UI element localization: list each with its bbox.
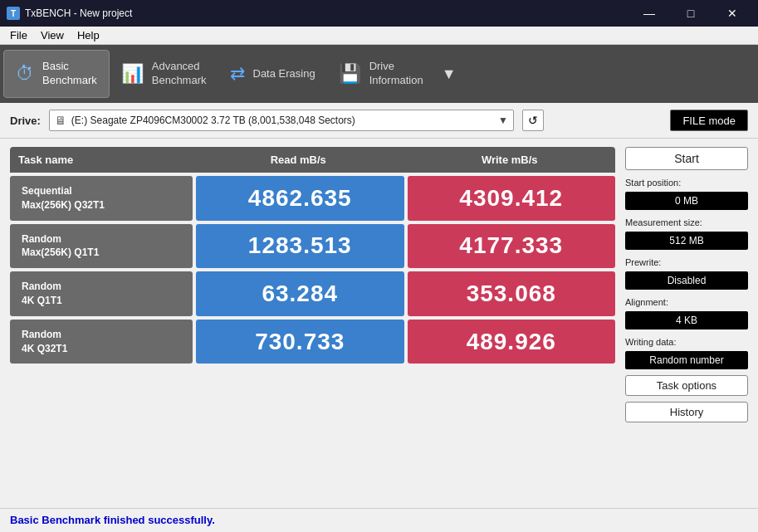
prewrite-label: Prewrite: (625, 257, 748, 267)
drive-select-text: (E:) Seagate ZP4096CM30002 3.72 TB (8,00… (71, 115, 495, 126)
timer-icon: ⏱ (16, 63, 34, 85)
data-erasing-label: Data Erasing (253, 67, 315, 81)
bench-row-2: RandomMax(256K) Q1T1 1283.513 4177.333 (10, 224, 615, 269)
col-header-read: Read mB/s (193, 147, 404, 173)
dropdown-arrow-icon: ▼ (498, 115, 508, 126)
bench-row-3: Random4K Q1T1 63.284 353.068 (10, 271, 615, 316)
drive-information-label: DriveInformation (369, 60, 423, 88)
drive-selector[interactable]: 🖥 (E:) Seagate ZP4096CM30002 3.72 TB (8,… (49, 110, 514, 131)
start-position-value: 0 MB (625, 192, 748, 210)
toolbar-data-erasing[interactable]: ⇄ Data Erasing (218, 50, 327, 98)
task-name-1: SequentialMax(256K) Q32T1 (10, 176, 193, 221)
write-value-4: 489.926 (408, 320, 616, 364)
bench-table-header: Task name Read mB/s Write mB/s (10, 147, 615, 173)
bench-row-1: SequentialMax(256K) Q32T1 4862.635 4309.… (10, 176, 615, 221)
write-value-1: 4309.412 (408, 176, 616, 221)
writing-data-value: Random number (625, 351, 748, 369)
minimize-button[interactable]: — (630, 0, 668, 27)
title-bar: T TxBENCH - New project — □ ✕ (0, 0, 758, 27)
status-text: Basic Benchmark finished successfully. (10, 514, 215, 526)
toolbar-drive-information[interactable]: 💾 DriveInformation (327, 50, 435, 98)
task-name-2: RandomMax(256K) Q1T1 (10, 224, 193, 269)
start-button[interactable]: Start (625, 147, 748, 170)
col-header-write: Write mB/s (404, 147, 616, 173)
menu-help[interactable]: Help (71, 27, 106, 43)
chart-icon: 📊 (121, 63, 144, 85)
write-value-2: 4177.333 (408, 224, 616, 269)
window-title: TxBENCH - New project (25, 7, 630, 19)
read-value-2: 1283.513 (196, 224, 404, 269)
read-value-3: 63.284 (196, 271, 404, 316)
toolbar-advanced-benchmark[interactable]: 📊 AdvancedBenchmark (110, 50, 218, 98)
write-value-3: 353.068 (408, 271, 616, 316)
drive-refresh-button[interactable]: ↺ (522, 110, 544, 131)
menu-view[interactable]: View (34, 27, 71, 43)
col-header-task: Task name (10, 147, 193, 173)
drive-icon: 💾 (339, 63, 361, 85)
alignment-value: 4 KB (625, 311, 748, 329)
history-button[interactable]: History (625, 402, 748, 422)
measurement-size-label: Measurement size: (625, 217, 748, 227)
maximize-button[interactable]: □ (672, 0, 710, 27)
window-controls: — □ ✕ (630, 0, 751, 27)
prewrite-value: Disabled (625, 271, 748, 290)
right-panel: Start Start position: 0 MB Measurement s… (625, 147, 748, 500)
basic-benchmark-label: BasicBenchmark (42, 60, 97, 88)
writing-data-label: Writing data: (625, 337, 748, 347)
app-icon: T (7, 7, 20, 20)
measurement-size-value: 512 MB (625, 232, 748, 250)
status-bar: Basic Benchmark finished successfully. (0, 508, 758, 531)
erase-icon: ⇄ (230, 63, 245, 85)
close-button[interactable]: ✕ (713, 0, 751, 27)
main-content: Task name Read mB/s Write mB/s Sequentia… (0, 139, 758, 508)
task-name-3: Random4K Q1T1 (10, 271, 193, 316)
toolbar: ⏱ BasicBenchmark 📊 AdvancedBenchmark ⇄ D… (0, 45, 758, 103)
task-options-button[interactable]: Task options (625, 375, 748, 396)
toolbar-basic-benchmark[interactable]: ⏱ BasicBenchmark (3, 50, 110, 98)
file-mode-button[interactable]: FILE mode (670, 110, 748, 131)
task-name-4: Random4K Q32T1 (10, 320, 193, 364)
read-value-4: 730.733 (196, 320, 404, 364)
menu-bar: File View Help (0, 27, 758, 45)
advanced-benchmark-label: AdvancedBenchmark (152, 60, 207, 88)
bench-row-4: Random4K Q32T1 730.733 489.926 (10, 320, 615, 364)
start-position-label: Start position: (625, 178, 748, 188)
toolbar-dropdown-button[interactable]: ▼ (435, 50, 463, 98)
read-value-1: 4862.635 (196, 176, 404, 221)
benchmark-table: Task name Read mB/s Write mB/s Sequentia… (10, 147, 615, 500)
drive-row: Drive: 🖥 (E:) Seagate ZP4096CM30002 3.72… (0, 103, 758, 139)
drive-select-icon: 🖥 (55, 114, 66, 127)
drive-label: Drive: (10, 115, 41, 127)
alignment-label: Alignment: (625, 297, 748, 307)
menu-file[interactable]: File (3, 27, 34, 43)
